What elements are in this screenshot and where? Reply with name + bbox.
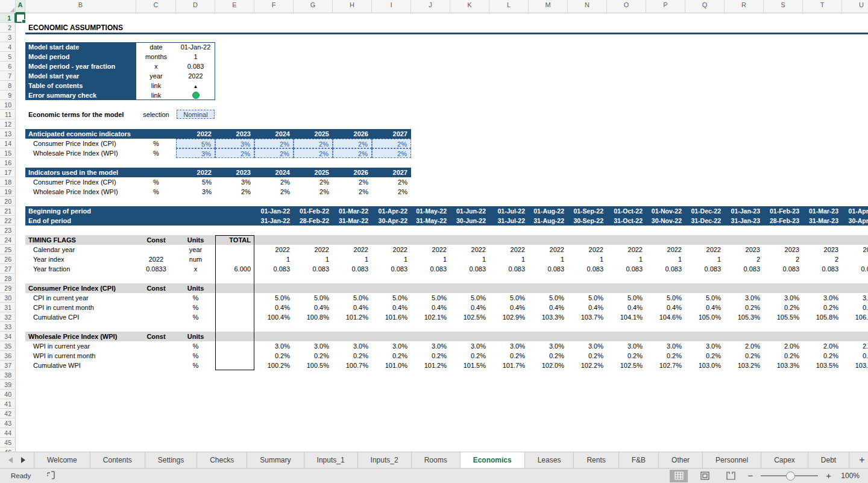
cell-I37[interactable]: 101.0% [372, 361, 411, 370]
row-header-10[interactable]: 10 [0, 100, 16, 110]
cell-C27[interactable]: 0.0833 [136, 264, 176, 274]
cell-Q36[interactable]: 0.2% [685, 351, 725, 361]
row-header-24[interactable]: 24 [0, 235, 16, 245]
sheet-tab-rents[interactable]: Rents [574, 452, 618, 468]
cell-K21[interactable]: 01-Jun-22 [450, 206, 489, 216]
cell-H30[interactable]: 5.0% [333, 293, 372, 303]
cell-U36[interactable]: 0.2% [842, 351, 868, 361]
col-header-Q[interactable]: Q [685, 0, 725, 13]
cell-N27[interactable]: 0.083 [568, 264, 607, 274]
cell-E27[interactable]: 6.000 [215, 264, 254, 274]
cell-F36[interactable]: 0.2% [254, 351, 294, 361]
cell-N36[interactable]: 0.2% [568, 351, 607, 361]
cell-R22[interactable]: 31-Jan-23 [725, 216, 764, 226]
row-header-14[interactable]: 14 [0, 139, 16, 148]
cell-H32[interactable]: 101.2% [333, 312, 372, 322]
cell-D32[interactable]: % [176, 312, 215, 322]
cell-C19[interactable]: % [136, 187, 176, 197]
cell-C5[interactable]: months [136, 52, 176, 62]
cell-T22[interactable]: 31-Mar-23 [803, 216, 842, 226]
cell-P31[interactable]: 0.4% [646, 303, 685, 312]
cell-B18[interactable]: Consumer Price Index (CPI) [25, 177, 136, 187]
col-header-F[interactable]: F [254, 0, 294, 13]
cell-T25[interactable]: 2023 [803, 245, 842, 254]
cell-O35[interactable]: 3.0% [607, 341, 646, 351]
cell-R26[interactable]: 2 [725, 254, 764, 264]
cell-B35[interactable]: WPI in current year [25, 341, 136, 351]
cell-E14[interactable]: 3% [215, 139, 254, 148]
cell-M37[interactable]: 102.0% [529, 361, 568, 370]
zoom-level[interactable]: 100% [839, 472, 860, 480]
cell-B11[interactable]: Economic terms for the model [25, 110, 136, 119]
cell-B36[interactable]: WPI in current month [25, 351, 136, 361]
cell-M31[interactable]: 0.4% [529, 303, 568, 312]
sheet-tab-f-b[interactable]: F&B [619, 452, 659, 468]
cell-R36[interactable]: 0.2% [725, 351, 764, 361]
sheet-tab-welcome[interactable]: Welcome [34, 452, 90, 468]
row-header-21[interactable]: 21 [0, 206, 16, 216]
sheet-tab-inputs-2[interactable]: Inputs_2 [358, 452, 412, 468]
cell-G13[interactable]: 2025 [294, 129, 333, 139]
row-header-3[interactable]: 3 [0, 33, 16, 42]
cell-L27[interactable]: 0.083 [489, 264, 529, 274]
cell-H15[interactable]: 2% [333, 148, 372, 158]
cell-D30[interactable]: % [176, 293, 215, 303]
cell-P36[interactable]: 0.2% [646, 351, 685, 361]
cell-Q22[interactable]: 31-Dec-22 [685, 216, 725, 226]
cell-T21[interactable]: 01-Mar-23 [803, 206, 842, 216]
cell-C29[interactable]: Const [136, 283, 176, 293]
cell-F14[interactable]: 2% [254, 139, 294, 148]
row-header-44[interactable]: 44 [0, 428, 16, 438]
cell-L36[interactable]: 0.2% [489, 351, 529, 361]
col-header-S[interactable]: S [764, 0, 803, 13]
cell-O25[interactable]: 2022 [607, 245, 646, 254]
cell-D26[interactable]: num [176, 254, 215, 264]
col-header-T[interactable]: T [803, 0, 842, 13]
cell-N25[interactable]: 2022 [568, 245, 607, 254]
row-header-15[interactable]: 15 [0, 148, 16, 158]
row-header-46[interactable]: 46 [0, 447, 16, 452]
cell-S37[interactable]: 103.3% [764, 361, 803, 370]
cell-C9[interactable]: link [136, 90, 176, 100]
cell-B31[interactable]: CPI in current month [25, 303, 136, 312]
row-header-33[interactable]: 33 [0, 322, 16, 332]
cell-L25[interactable]: 2022 [489, 245, 529, 254]
cell-B24[interactable]: TIMING FLAGS [25, 235, 136, 245]
cell-E18[interactable]: 3% [215, 177, 254, 187]
row-header-4[interactable]: 4 [0, 42, 16, 52]
cell-R27[interactable]: 0.083 [725, 264, 764, 274]
sheet-tab-inputs-1[interactable]: Inputs_1 [304, 452, 358, 468]
cell-L26[interactable]: 1 [489, 254, 529, 264]
cell-T36[interactable]: 0.2% [803, 351, 842, 361]
cell-U22[interactable]: 30-Apr-23 [842, 216, 868, 226]
cell-G32[interactable]: 100.8% [294, 312, 333, 322]
cell-I13[interactable]: 2027 [372, 129, 411, 139]
cell-H18[interactable]: 2% [333, 177, 372, 187]
row-header-36[interactable]: 36 [0, 351, 16, 361]
row-header-23[interactable]: 23 [0, 226, 16, 235]
cell-F31[interactable]: 0.4% [254, 303, 294, 312]
cell-C26[interactable]: 2022 [136, 254, 176, 264]
cell-D7[interactable]: 2022 [176, 71, 215, 81]
cell-G35[interactable]: 3.0% [294, 341, 333, 351]
cell-H25[interactable]: 2022 [333, 245, 372, 254]
cell-E19[interactable]: 2% [215, 187, 254, 197]
row-header-25[interactable]: 25 [0, 245, 16, 254]
cell-G19[interactable]: 2% [294, 187, 333, 197]
cell-J31[interactable]: 0.4% [411, 303, 450, 312]
cell-R35[interactable]: 2.0% [725, 341, 764, 351]
row-header-20[interactable]: 20 [0, 197, 16, 206]
cell-D35[interactable]: % [176, 341, 215, 351]
cell-Q26[interactable]: 1 [685, 254, 725, 264]
cell-S26[interactable]: 2 [764, 254, 803, 264]
cell-J22[interactable]: 31-May-22 [411, 216, 450, 226]
cell-P26[interactable]: 1 [646, 254, 685, 264]
row-header-8[interactable]: 8 [0, 81, 16, 90]
col-header-O[interactable]: O [607, 0, 646, 13]
col-header-R[interactable]: R [725, 0, 764, 13]
cell-H36[interactable]: 0.2% [333, 351, 372, 361]
cell-R25[interactable]: 2023 [725, 245, 764, 254]
cell-G25[interactable]: 2022 [294, 245, 333, 254]
cell-K26[interactable]: 1 [450, 254, 489, 264]
cell-S36[interactable]: 0.2% [764, 351, 803, 361]
